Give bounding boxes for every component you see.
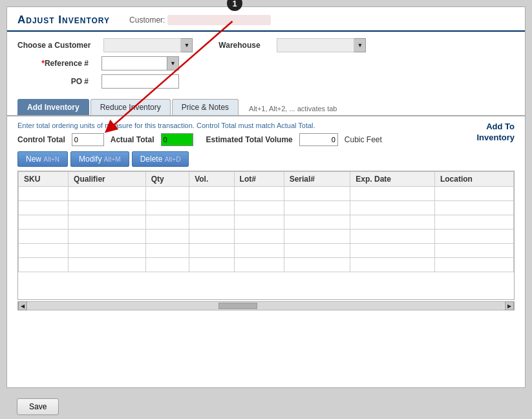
customer-label: Customer: (129, 16, 165, 25)
header-area: Adjust Inventory Customer: (7, 7, 525, 32)
table-row (19, 215, 514, 230)
choose-customer-dropdown-btn[interactable]: ▼ (181, 38, 193, 52)
scroll-thumb[interactable] (218, 303, 257, 309)
action-buttons-row: New Alt+N Modify Alt+M Delete Alt+D (17, 151, 515, 167)
col-vol: Vol. (189, 172, 234, 187)
table-row (19, 187, 514, 201)
cubic-feet-label: Cubic Feet (345, 135, 382, 144)
actual-total-label: Actual Total (111, 135, 154, 144)
scroll-left-btn[interactable]: ◀ (18, 301, 27, 310)
delete-button[interactable]: Delete Alt+D (132, 151, 189, 167)
table-row (19, 258, 514, 272)
control-total-label: Control Total (17, 135, 65, 144)
reference-label: *Reference # (17, 59, 89, 68)
page-title: Adjust Inventory (17, 14, 110, 27)
col-qualifier: Qualifier (69, 172, 146, 187)
actual-total-input[interactable] (161, 133, 193, 146)
inventory-table-wrapper[interactable]: SKU Qualifier Qty Vol. Lot# Serial# Exp.… (17, 171, 515, 300)
reference-field[interactable]: ▼ (101, 56, 179, 70)
form-area: Choose a Customer ▼ Warehouse ▼ *Referen… (7, 32, 525, 96)
table-body (19, 187, 514, 272)
warehouse-label: Warehouse (218, 41, 264, 50)
control-total-input[interactable] (72, 133, 104, 146)
new-button[interactable]: New Alt+N (17, 151, 68, 167)
table-row (19, 230, 514, 244)
table-row (19, 244, 514, 258)
inventory-table: SKU Qualifier Qty Vol. Lot# Serial# Exp.… (18, 171, 514, 272)
totals-row: Control Total Actual Total Estimated Tot… (17, 133, 476, 146)
tab-reduce-inventory[interactable]: Reduce Inventory (90, 99, 171, 115)
po-input[interactable] (101, 74, 179, 89)
warehouse-select-blurred[interactable] (277, 38, 354, 52)
table-header-row: SKU Qualifier Qty Vol. Lot# Serial# Exp.… (19, 172, 514, 187)
tab-hint: Alt+1, Alt+2, ... activates tab (249, 105, 337, 115)
choose-customer-label: Choose a Customer (17, 41, 90, 50)
content-area: Enter total ordering units of measure fo… (7, 116, 525, 313)
main-panel: 1 Adjust Inventory Customer: Choose (6, 6, 526, 388)
col-serial: Serial# (284, 172, 350, 187)
horizontal-scrollbar[interactable]: ◀ ▶ (17, 301, 515, 310)
col-sku: SKU (19, 172, 69, 187)
tab-price-notes[interactable]: Price & Notes (172, 99, 239, 115)
col-qty: Qty (145, 172, 189, 187)
info-text: Enter total ordering units of measure fo… (17, 122, 476, 129)
warehouse-field[interactable]: ▼ (277, 38, 366, 52)
scroll-right-btn[interactable]: ▶ (505, 301, 514, 310)
modify-button[interactable]: Modify Alt+M (70, 151, 129, 167)
choose-customer-select-blurred[interactable] (103, 38, 181, 52)
po-label: PO # (17, 77, 89, 86)
col-expdate: Exp. Date (350, 172, 435, 187)
estimated-volume-input[interactable] (299, 133, 338, 146)
add-to-inventory-label: Add To Inventory (476, 122, 515, 144)
col-location: Location (434, 172, 513, 187)
save-button[interactable]: Save (17, 398, 59, 415)
reference-dropdown-btn[interactable]: ▼ (167, 56, 179, 70)
warehouse-dropdown-btn[interactable]: ▼ (354, 38, 366, 52)
footer-area: Save (6, 393, 526, 419)
tab-add-inventory[interactable]: Add Inventory (17, 99, 89, 115)
tabs-area: Add Inventory Reduce Inventory Price & N… (7, 99, 525, 116)
scroll-track[interactable] (28, 303, 504, 309)
customer-value-blurred (167, 15, 271, 25)
table-row (19, 201, 514, 215)
choose-customer-field[interactable]: ▼ (103, 38, 193, 52)
col-lot: Lot# (234, 172, 284, 187)
reference-input[interactable] (101, 56, 167, 70)
estimated-volume-label: Estimated Total Volume (206, 135, 293, 144)
